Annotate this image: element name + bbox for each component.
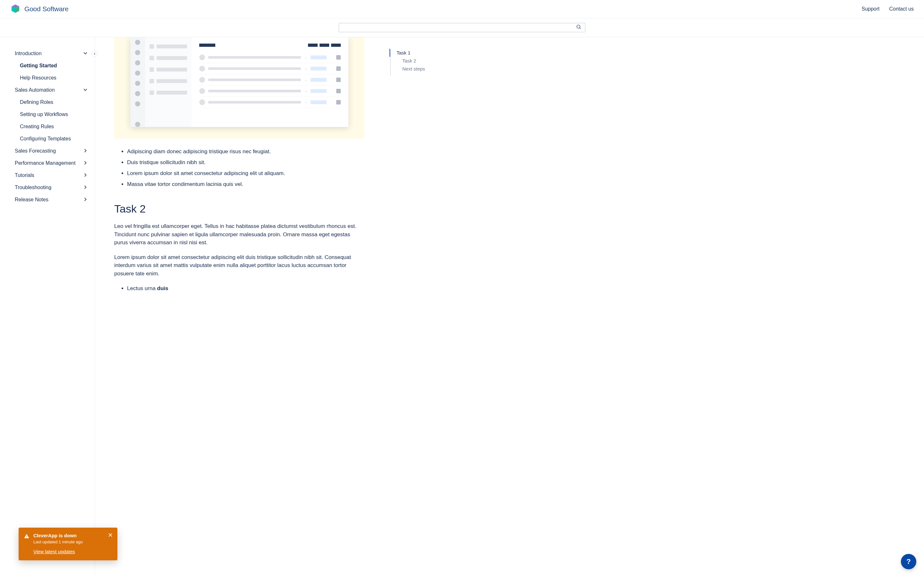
toast-link[interactable]: View latest updates xyxy=(33,549,75,554)
sidebar-item-defining-roles[interactable]: Defining Roles xyxy=(20,96,88,108)
sidebar-label: Sales Automation xyxy=(15,87,55,93)
sidebar-item-configuring-templates[interactable]: Configuring Templates xyxy=(20,133,88,145)
sidebar-label: Performance Management xyxy=(15,160,75,166)
help-button[interactable]: ? xyxy=(901,554,916,569)
brand-name: Good Software xyxy=(24,5,68,13)
search-input[interactable] xyxy=(342,25,576,30)
search-box[interactable] xyxy=(338,23,586,32)
search-icon[interactable] xyxy=(576,24,582,31)
sidebar-label: Defining Roles xyxy=(20,99,53,105)
paragraph: Leo vel fringilla est ullamcorper eget. … xyxy=(114,222,365,247)
sidebar-collapse-button[interactable] xyxy=(91,51,98,57)
sidebar-item-getting-started[interactable]: Getting Started xyxy=(20,60,88,72)
svg-rect-5 xyxy=(26,535,27,537)
table-of-contents: Task 1 Task 2 Next steps xyxy=(390,37,454,73)
chevron-right-icon xyxy=(82,149,88,153)
sidebar-label: Setting up Workflows xyxy=(20,111,68,117)
close-icon[interactable] xyxy=(108,533,112,538)
text: Lectus urna xyxy=(127,285,157,292)
sidebar: Introduction Getting Started Help Resour… xyxy=(0,37,95,575)
sidebar-item-troubleshooting[interactable]: Troubleshooting xyxy=(15,181,88,193)
logo-icon xyxy=(10,4,21,14)
bullet-list: Adipiscing diam donec adipiscing tristiq… xyxy=(114,139,365,190)
sidebar-label: Help Resources xyxy=(20,75,57,81)
sidebar-item-setting-up-workflows[interactable]: Setting up Workflows xyxy=(20,108,88,121)
list-item: Lectus urna duis xyxy=(127,284,365,293)
sidebar-item-help-resources[interactable]: Help Resources xyxy=(20,72,88,84)
warning-icon xyxy=(24,533,29,540)
svg-rect-6 xyxy=(26,537,27,538)
sidebar-item-introduction[interactable]: Introduction xyxy=(15,47,88,60)
chevron-down-icon xyxy=(82,51,88,56)
status-toast: CleverApp is down Last updated 1 minute … xyxy=(19,528,118,560)
svg-point-3 xyxy=(577,25,580,28)
sidebar-label: Introduction xyxy=(15,51,42,56)
sidebar-label: Troubleshooting xyxy=(15,185,51,190)
nav-contact[interactable]: Contact us xyxy=(889,6,914,12)
sidebar-item-tutorials[interactable]: Tutorials xyxy=(15,169,88,181)
sidebar-label: Getting Started xyxy=(20,63,57,69)
chevron-right-icon xyxy=(82,197,88,202)
heading-task-2: Task 2 xyxy=(114,203,365,215)
toast-subtitle: Last updated 1 minute ago xyxy=(33,540,105,544)
sidebar-item-creating-rules[interactable]: Creating Rules xyxy=(20,121,88,133)
list-item: Adipiscing diam donec adipiscing tristiq… xyxy=(127,146,365,157)
toc-item-task-2[interactable]: Task 2 xyxy=(396,57,454,65)
sidebar-item-sales-automation[interactable]: Sales Automation xyxy=(15,84,88,96)
sidebar-item-performance-management[interactable]: Performance Management xyxy=(15,157,88,169)
brand[interactable]: Good Software xyxy=(10,4,68,14)
text-bold: duis xyxy=(157,285,168,292)
sidebar-label: Creating Rules xyxy=(20,124,54,129)
chevron-right-icon xyxy=(82,173,88,178)
main-content: → → → → → Adipiscing diam donec adipisci… xyxy=(95,37,384,575)
sidebar-label: Tutorials xyxy=(15,172,34,178)
nav-support[interactable]: Support xyxy=(861,6,879,12)
list-item: Massa vitae tortor condimentum lacinia q… xyxy=(127,179,365,190)
chevron-right-icon xyxy=(82,161,88,166)
chevron-right-icon xyxy=(82,185,88,190)
sidebar-item-sales-forecasting[interactable]: Sales Forecasting xyxy=(15,145,88,157)
sidebar-item-release-notes[interactable]: Release Notes xyxy=(15,193,88,206)
bullet-list: Lectus urna duis xyxy=(114,284,365,293)
illustration-figure: → → → → → xyxy=(114,37,365,139)
list-item: Lorem ipsum dolor sit amet consectetur a… xyxy=(127,168,365,179)
sidebar-label: Sales Forecasting xyxy=(15,148,56,154)
mock-app-window: → → → → → xyxy=(130,37,349,127)
paragraph: Lorem ipsum dolor sit amet consectetur a… xyxy=(114,253,365,278)
top-header: Good Software Support Contact us xyxy=(0,0,924,18)
svg-line-4 xyxy=(580,27,581,29)
toast-title: CleverApp is down xyxy=(33,533,105,538)
chevron-down-icon xyxy=(82,88,88,93)
list-item: Duis tristique sollicitudin nibh sit. xyxy=(127,157,365,168)
header-nav: Support Contact us xyxy=(861,6,914,12)
sidebar-label: Configuring Templates xyxy=(20,136,71,142)
toc-item-next-steps[interactable]: Next steps xyxy=(396,65,454,73)
sidebar-label: Release Notes xyxy=(15,197,48,203)
help-icon: ? xyxy=(906,558,911,566)
search-row xyxy=(0,18,924,37)
toc-item-task-1[interactable]: Task 1 xyxy=(389,49,454,57)
